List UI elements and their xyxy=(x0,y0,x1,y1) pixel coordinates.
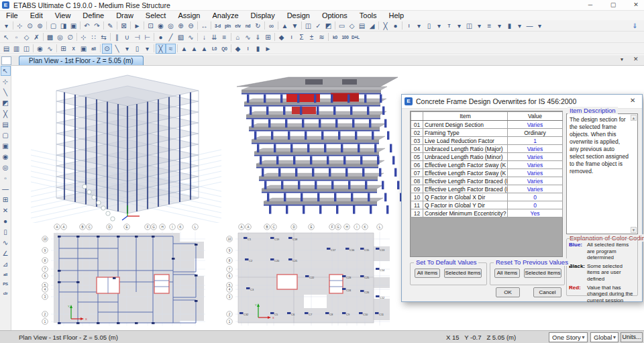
open-model-icon[interactable]: ◨ xyxy=(58,21,68,31)
draw-reference-plane-icon[interactable]: ▯ xyxy=(1,227,11,237)
q0-display-icon[interactable]: Q0 xyxy=(219,44,229,54)
draw-deck-icon[interactable]: ▤ xyxy=(357,21,367,31)
assign-joint-icon[interactable]: ● xyxy=(156,32,166,42)
show-all-icon[interactable]: all xyxy=(1,270,11,279)
table-row[interactable]: 06Effective Length Factor Sway (K Major)… xyxy=(411,161,563,169)
section-box-icon[interactable]: ◫ xyxy=(464,21,474,31)
draw-dimension-icon[interactable]: — xyxy=(1,184,11,194)
dead-plus-live-icon[interactable]: D+L xyxy=(350,32,361,42)
zoom-out-icon[interactable]: ⊖ xyxy=(186,21,196,31)
design-wall-icon[interactable]: ▮ xyxy=(253,44,263,54)
draw-wall-icon[interactable]: ▣ xyxy=(1,141,11,151)
redo-icon[interactable]: ↷ xyxy=(92,21,102,31)
snap-planes-icon[interactable]: ▯ xyxy=(132,44,142,54)
define-load-pattern-icon[interactable]: Σ xyxy=(297,32,307,42)
draw-reference-point-icon[interactable]: ● xyxy=(1,216,11,226)
section-rect-menu-icon[interactable]: ▾ xyxy=(434,21,444,31)
display-undeformed-icon[interactable]: ⌂ xyxy=(233,32,243,42)
3d-view-icon[interactable]: 3-d xyxy=(213,21,223,31)
draw-rect-icon[interactable]: ▭ xyxy=(337,21,347,31)
lock-model-icon[interactable]: ⊠ xyxy=(119,21,129,31)
trim-frames-icon[interactable]: ⊣ xyxy=(132,32,142,42)
assign-brace-icon[interactable]: ╳ xyxy=(380,21,390,31)
assign-hinge-icon[interactable]: ● xyxy=(390,21,400,31)
reset-previous-selected-button[interactable]: Selected Items xyxy=(524,268,561,278)
d100-display-icon[interactable]: 100 xyxy=(340,32,350,42)
section-T-menu-icon[interactable]: ▾ xyxy=(454,21,464,31)
tab-close-icon[interactable]: ✕ xyxy=(633,56,639,62)
draw-ramp-icon[interactable]: ◢ xyxy=(367,21,377,31)
display-deformed-icon[interactable]: ∿ xyxy=(243,32,253,42)
menu-edit[interactable]: Edit xyxy=(24,11,49,19)
quick-draw-wall-icon[interactable]: ◎ xyxy=(1,162,11,173)
menu-file[interactable]: File xyxy=(0,11,24,19)
table-row[interactable]: 01Current Design SectionVaries xyxy=(411,121,563,129)
scroll-down-icon[interactable]: ▼ xyxy=(631,227,637,233)
clear-selection-icon[interactable]: ∅ xyxy=(65,32,75,42)
rotate-3d-view-icon[interactable]: ↻ xyxy=(253,21,263,31)
capture-image-icon[interactable]: ◫ xyxy=(21,44,32,54)
set-default-all-button[interactable]: All Items xyxy=(415,268,440,278)
down-one-story-icon[interactable]: ▼ xyxy=(290,21,300,31)
run-design-icon[interactable]: ► xyxy=(263,44,273,54)
ps-display-icon[interactable]: PS xyxy=(1,279,11,288)
rubber-band-zoom-icon[interactable]: ⊡ xyxy=(146,21,156,31)
viewport-plan-columns[interactable]: C1 C19 C18 C17 C16 C15 C13 C2 C20 C21 C1… xyxy=(223,218,405,331)
maximize-button[interactable]: ▢ xyxy=(608,1,619,9)
load-case-b-icon[interactable]: ▲ xyxy=(189,44,199,54)
l0-display-icon[interactable]: L0 xyxy=(209,44,219,54)
more-commands-icon[interactable]: ▾ xyxy=(1,21,11,31)
load-case-a-icon[interactable]: ▲ xyxy=(179,44,189,54)
coordsys-combo[interactable]: Global▼ xyxy=(590,332,619,342)
define-material-icon[interactable]: ◆ xyxy=(276,32,286,42)
menu-draw[interactable]: Draw xyxy=(110,11,140,19)
select-window-icon[interactable]: ▫ xyxy=(11,32,21,42)
k0-display-icon[interactable]: k0 xyxy=(330,32,340,42)
measure-line-icon[interactable]: ⊿ xyxy=(1,259,11,269)
scroll-up-icon[interactable]: ▲ xyxy=(631,115,637,121)
tab-plan-view[interactable]: Plan View - 1st Floor - Z = 5.05 (m) xyxy=(19,56,144,65)
design-steel-icon[interactable]: I xyxy=(243,44,253,54)
table-row[interactable]: 03Live Load Reduction Factor1 xyxy=(411,137,563,145)
named-display-icon[interactable]: nd xyxy=(243,21,253,31)
mirror-icon[interactable]: ⇆ xyxy=(99,32,109,42)
assign-frame-load-icon[interactable]: ⇊ xyxy=(209,32,219,42)
display-tables-icon[interactable]: ⊞ xyxy=(263,32,273,42)
move-joints-icon[interactable]: ⊹ xyxy=(78,32,89,42)
define-section-icon[interactable]: I xyxy=(286,32,297,42)
table-row[interactable]: 11Q Factor in Global Y Dir0 xyxy=(411,201,563,209)
select-pointer-icon[interactable]: ↖ xyxy=(1,66,11,76)
draw-spline-icon[interactable]: ∿ xyxy=(1,238,11,248)
snap-intersections-icon[interactable]: ╳ xyxy=(156,44,166,54)
snap-to-midpoints-icon[interactable]: ⊚ xyxy=(35,21,45,31)
section-deck-menu-icon[interactable]: ▾ xyxy=(494,21,504,31)
select-all-icon[interactable]: ▩ xyxy=(45,32,55,42)
menu-options[interactable]: Options xyxy=(316,11,354,19)
zoom-in-icon[interactable]: ⊕ xyxy=(176,21,186,31)
print-report-icon[interactable]: ▤ xyxy=(1,44,11,54)
draw-floor-icon[interactable]: ▢ xyxy=(1,130,11,140)
draw-special-joint-icon[interactable]: ⊹ xyxy=(1,77,11,87)
table-row[interactable]: 08Effective Length Factor Braced (K Majo… xyxy=(411,177,563,185)
menu-tools[interactable]: Tools xyxy=(354,11,383,19)
draw-frame-icon[interactable]: ╲ xyxy=(1,87,11,97)
section-box-menu-icon[interactable]: ▾ xyxy=(474,21,484,31)
select-poly-icon[interactable]: ◇ xyxy=(21,32,32,42)
assign-link-icon[interactable]: ∿ xyxy=(186,32,196,42)
table-row[interactable]: 10Q Factor in Global X Dir0 xyxy=(411,193,563,201)
quick-draw-frame-icon[interactable]: ◩ xyxy=(1,98,11,108)
dock-toolbar-icon[interactable]: ⇓ xyxy=(630,21,640,31)
deselect-icon[interactable]: ✗ xyxy=(32,32,42,42)
replicate-icon[interactable]: ∷ xyxy=(89,32,99,42)
check-model-icon[interactable]: ✓ xyxy=(313,21,323,31)
table-row[interactable]: 05Unbraced Length Ratio (Minor)Varies xyxy=(411,153,563,161)
viewport-3d-rendered[interactable] xyxy=(225,69,402,217)
section-line-menu-icon[interactable]: ▾ xyxy=(535,21,545,31)
elevation-view-icon[interactable]: elv xyxy=(233,21,243,31)
object-view-options-icon[interactable]: ∞ xyxy=(266,21,276,31)
pan-icon[interactable]: ↔ xyxy=(199,21,209,31)
section-T-icon[interactable]: T xyxy=(444,21,454,31)
menu-display[interactable]: Display xyxy=(245,11,281,19)
menu-define[interactable]: Define xyxy=(76,11,110,19)
tab-list-caret-icon[interactable]: ▾ xyxy=(621,56,623,62)
